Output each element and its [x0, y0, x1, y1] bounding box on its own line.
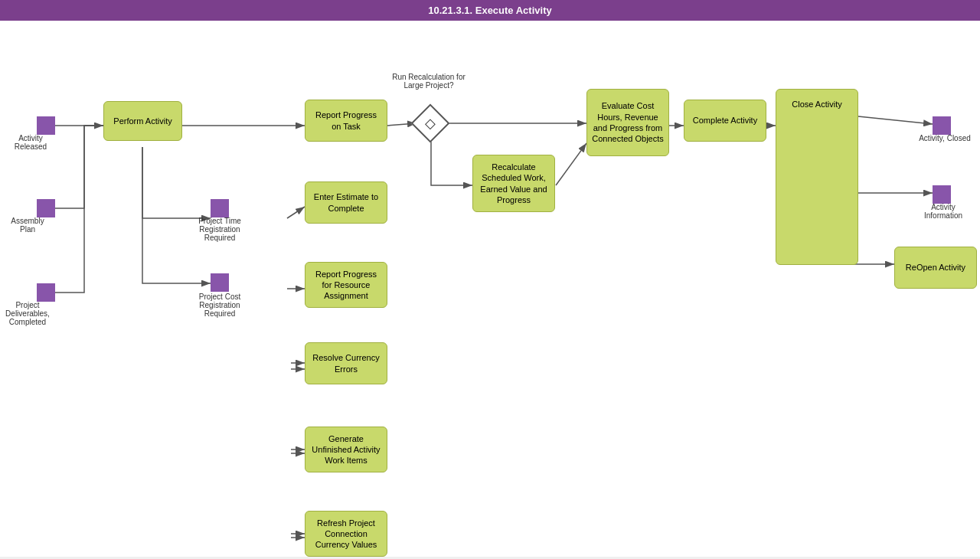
report-progress-task-node[interactable]: Report Progress on Task	[305, 100, 387, 142]
svg-line-9	[556, 143, 586, 185]
refresh-project-node[interactable]: Refresh Project Connection Currency Valu…	[305, 511, 387, 557]
perform-activity-node[interactable]: Perform Activity	[103, 101, 182, 141]
activity-closed-event	[933, 116, 951, 135]
gateway-label: Run Recalculation for Large Project?	[390, 73, 467, 90]
project-cost-reg-event	[211, 273, 229, 292]
complete-activity-node[interactable]: Complete Activity	[684, 100, 766, 142]
activity-information-label: Activity Information	[917, 203, 969, 220]
title-bar: 10.21.3.1. Execute Activity	[0, 0, 980, 21]
generate-unfinished-node[interactable]: Generate Unfinished Activity Work Items	[305, 427, 387, 472]
resolve-currency-node[interactable]: Resolve Currency Errors	[305, 342, 387, 384]
reopen-activity-node[interactable]: ReOpen Activity	[894, 247, 977, 289]
close-activity-node[interactable]: Close Activity	[776, 89, 858, 265]
project-time-reg-label: Project Time Registration Required	[193, 217, 247, 242]
activity-released-event	[37, 116, 55, 135]
activity-information-event	[933, 185, 951, 204]
project-deliverables-label: Project Deliverables, Completed	[2, 301, 54, 326]
diagram-area: Activity Released Assembly Plan Project …	[0, 21, 980, 557]
project-deliverables-event	[37, 283, 55, 302]
svg-line-2	[287, 207, 305, 218]
project-time-reg-event	[211, 199, 229, 217]
report-progress-resource-node[interactable]: Report Progress for Resource Assignment	[305, 262, 387, 308]
assembly-plan-event	[37, 199, 55, 217]
activity-closed-label: Activity, Closed	[919, 134, 971, 142]
enter-estimate-node[interactable]: Enter Estimate to Complete	[305, 181, 387, 224]
activity-released-label: Activity Released	[6, 134, 55, 151]
page-title: 10.21.3.1. Execute Activity	[428, 5, 551, 16]
evaluate-cost-node[interactable]: Evaluate Cost Hours, Revenue and Progres…	[586, 89, 669, 156]
svg-line-12	[858, 116, 933, 124]
project-cost-reg-label: Project Cost Registration Required	[193, 293, 247, 318]
assembly-plan-label: Assembly Plan	[3, 217, 52, 234]
recalculate-node[interactable]: Recalculate Scheduled Work, Earned Value…	[472, 155, 555, 212]
gateway-node: ◇	[411, 104, 450, 143]
